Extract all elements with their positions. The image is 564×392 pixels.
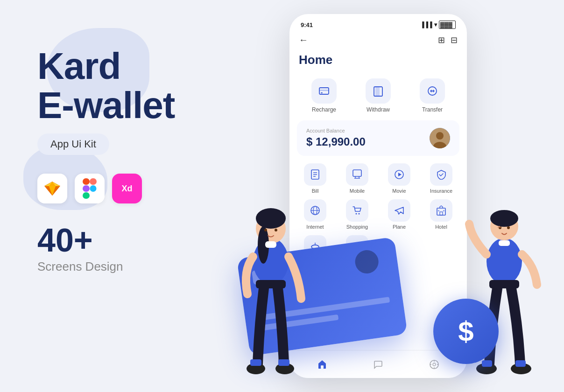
home-title: Home: [289, 50, 467, 74]
balance-label: Account Balance: [306, 128, 366, 133]
service-insurance[interactable]: Insurance: [423, 163, 459, 194]
insurance-label: Insurance: [430, 188, 452, 194]
svg-point-57: [256, 208, 286, 229]
svg-point-36: [356, 213, 357, 215]
service-movie[interactable]: Movie: [381, 163, 417, 194]
figma-svg: [83, 178, 97, 199]
svg-rect-40: [438, 210, 439, 211]
service-plane[interactable]: Plane: [381, 199, 417, 230]
svg-rect-7: [83, 178, 90, 185]
svg-rect-59: [265, 241, 276, 248]
recharge-icon: [311, 78, 337, 104]
svg-point-69: [490, 210, 518, 227]
status-icons: ▐▐▐ ▾ ▓▓▓: [420, 21, 456, 29]
character-left: [224, 168, 317, 383]
svg-rect-16: [375, 87, 377, 96]
figma-tool-icon: [75, 174, 105, 203]
balance-amount: $ 12,990.00: [306, 135, 366, 148]
shopping-label: Shopping: [346, 224, 368, 230]
svg-point-50: [433, 363, 436, 366]
transfer-icon: [420, 78, 445, 104]
action-recharge[interactable]: Recharge: [311, 78, 337, 113]
service-shopping[interactable]: Shopping: [339, 199, 375, 230]
nav-settings[interactable]: [429, 359, 439, 370]
scan-icon[interactable]: ⊞: [438, 35, 445, 45]
hotel-label: Hotel: [435, 224, 447, 230]
sketch-svg: [44, 180, 61, 197]
svg-rect-48: [321, 365, 324, 369]
title-line1: Kard: [37, 47, 261, 86]
svg-point-77: [507, 226, 510, 229]
action-withdraw[interactable]: Withdraw: [366, 78, 391, 113]
quick-actions: Recharge Withdraw Transfe: [289, 74, 467, 120]
svg-rect-41: [443, 210, 444, 211]
balance-info: Account Balance $ 12,990.00: [306, 128, 366, 148]
svg-rect-63: [250, 359, 261, 366]
svg-marker-32: [398, 173, 402, 176]
svg-rect-18: [378, 87, 380, 96]
svg-rect-64: [278, 359, 289, 366]
action-transfer[interactable]: Transfer: [420, 78, 445, 113]
movie-label: Movie: [392, 188, 406, 194]
svg-rect-10: [83, 192, 90, 199]
svg-point-21: [436, 132, 444, 140]
subtitle-badge: App Ui Kit: [37, 133, 109, 155]
signal-icon: ▐▐▐: [420, 21, 432, 28]
svg-rect-70: [499, 240, 510, 246]
title-line2: E-wallet: [37, 86, 261, 125]
svg-rect-8: [90, 178, 97, 185]
battery-icon: ▓▓▓: [439, 21, 456, 29]
svg-point-11: [90, 185, 97, 192]
phone-header: ← ⊞ ⊟: [289, 33, 467, 50]
sketch-tool-icon: [37, 174, 67, 203]
mobile-label: Mobile: [350, 188, 365, 194]
balance-section: Account Balance $ 12,990.00: [297, 120, 459, 156]
withdraw-label: Withdraw: [367, 106, 390, 113]
status-time: 9:41: [301, 21, 313, 28]
svg-rect-9: [83, 185, 90, 192]
svg-rect-27: [353, 170, 361, 176]
svg-point-37: [359, 213, 360, 215]
withdraw-icon: [366, 78, 391, 104]
qr-icon[interactable]: ⊟: [451, 35, 458, 45]
svg-rect-75: [515, 360, 526, 367]
svg-rect-14: [321, 92, 323, 93]
svg-point-65: [264, 229, 267, 231]
status-bar: 9:41 ▐▐▐ ▾ ▓▓▓: [289, 14, 467, 33]
service-mobile[interactable]: Mobile: [339, 163, 375, 194]
user-avatar[interactable]: [430, 128, 450, 148]
svg-rect-39: [440, 212, 443, 215]
card-circle: [353, 249, 380, 275]
wifi-icon: ▾: [434, 21, 437, 28]
xd-tool-icon: Xd: [112, 174, 142, 203]
header-actions: ⊞ ⊟: [438, 35, 458, 45]
transfer-label: Transfer: [422, 106, 443, 113]
svg-rect-17: [377, 87, 378, 96]
dollar-coin: $: [433, 299, 499, 364]
back-button[interactable]: ←: [299, 35, 308, 45]
recharge-label: Recharge: [312, 106, 336, 113]
svg-rect-13: [319, 90, 329, 91]
svg-rect-74: [482, 360, 492, 367]
nav-home[interactable]: [317, 359, 327, 370]
nav-chat[interactable]: [373, 359, 383, 370]
service-hotel[interactable]: Hotel: [423, 199, 459, 230]
plane-label: Plane: [393, 224, 406, 230]
main-title: Kard E-wallet: [37, 47, 261, 125]
svg-point-66: [275, 229, 277, 231]
dollar-sign: $: [458, 315, 473, 348]
